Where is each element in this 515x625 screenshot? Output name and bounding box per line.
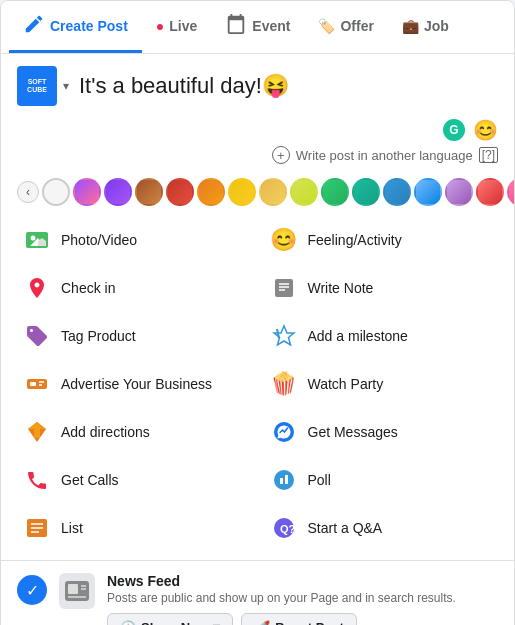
color-swatch-3[interactable] — [135, 178, 163, 206]
color-swatch-12[interactable] — [414, 178, 442, 206]
action-list[interactable]: List — [11, 504, 258, 552]
tab-bar: Create Post ● Live Event 🏷️ Offer 💼 Job — [1, 1, 514, 54]
color-swatch-9[interactable] — [321, 178, 349, 206]
color-swatch-10[interactable] — [352, 178, 380, 206]
action-write-note[interactable]: Write Note — [258, 264, 505, 312]
svg-rect-25 — [68, 584, 78, 594]
avatar: SOFTCUBE — [17, 66, 57, 106]
news-feed-check-icon[interactable]: ✓ — [17, 575, 47, 605]
svg-rect-4 — [42, 233, 48, 237]
action-poll[interactable]: Poll — [258, 456, 505, 504]
color-swatch-14[interactable] — [476, 178, 504, 206]
color-swatch-5[interactable] — [197, 178, 225, 206]
rocket-icon: 🚀 — [254, 620, 270, 625]
pencil-icon — [23, 13, 45, 38]
emoji-icon[interactable]: 😊 — [473, 118, 498, 142]
action-photo-video[interactable]: Photo/Video — [11, 216, 258, 264]
svg-rect-17 — [285, 475, 288, 484]
action-add-directions-label: Add directions — [61, 424, 150, 440]
post-text[interactable]: It's a beautiful day!😝 — [79, 73, 498, 99]
share-now-dropdown-button[interactable]: 🕐 Share Now ▾ — [107, 613, 233, 625]
checkin-icon — [23, 274, 51, 302]
action-tag-product[interactable]: Tag Product — [11, 312, 258, 360]
clock-icon: 🕐 — [120, 620, 136, 625]
action-get-messages[interactable]: Get Messages — [258, 408, 505, 456]
boost-post-label: Boost Post — [275, 620, 344, 625]
action-photo-video-label: Photo/Video — [61, 232, 137, 248]
watch-party-icon: 🍿 — [270, 370, 298, 398]
news-feed-buttons: 🕐 Share Now ▾ 🚀 Boost Post — [107, 613, 498, 625]
action-get-calls[interactable]: Get Calls — [11, 456, 258, 504]
photo-video-icon — [23, 226, 51, 254]
color-swatch-7[interactable] — [259, 178, 287, 206]
palette-prev-icon[interactable]: ‹ — [17, 181, 39, 203]
color-swatch-6[interactable] — [228, 178, 256, 206]
tab-job-label: Job — [424, 18, 449, 34]
svg-point-15 — [274, 470, 294, 490]
color-swatch-15[interactable] — [507, 178, 514, 206]
dropdown-chevron-icon: ▾ — [213, 620, 220, 625]
add-language-icon[interactable]: + — [272, 146, 290, 164]
tab-create-post-label: Create Post — [50, 18, 128, 34]
get-calls-icon — [23, 466, 51, 494]
color-swatch-4[interactable] — [166, 178, 194, 206]
action-write-note-label: Write Note — [308, 280, 374, 296]
action-get-calls-label: Get Calls — [61, 472, 119, 488]
poll-icon — [270, 466, 298, 494]
svg-text:Q?: Q? — [280, 523, 296, 535]
svg-rect-5 — [275, 279, 293, 297]
svg-point-1 — [31, 236, 36, 241]
get-messages-icon — [270, 418, 298, 446]
news-feed-info: News Feed Posts are public and show up o… — [107, 573, 498, 625]
color-swatch-11[interactable] — [383, 178, 411, 206]
action-poll-label: Poll — [308, 472, 331, 488]
add-directions-icon — [23, 418, 51, 446]
action-add-directions[interactable]: Add directions — [11, 408, 258, 456]
action-watch-party-label: Watch Party — [308, 376, 384, 392]
action-get-messages-label: Get Messages — [308, 424, 398, 440]
tab-event[interactable]: Event — [211, 1, 304, 53]
help-label[interactable]: [?] — [479, 147, 498, 163]
color-swatch-1[interactable] — [73, 178, 101, 206]
live-icon: ● — [156, 18, 164, 34]
action-watch-party[interactable]: 🍿 Watch Party — [258, 360, 505, 408]
tools-row: G 😊 — [1, 118, 514, 146]
news-feed-title: News Feed — [107, 573, 498, 589]
write-language-label[interactable]: Write post in another language — [296, 148, 473, 163]
feeling-icon: 😊 — [270, 226, 298, 254]
tab-event-label: Event — [252, 18, 290, 34]
calendar-icon — [225, 13, 247, 38]
tab-job[interactable]: 💼 Job — [388, 6, 463, 49]
tab-live[interactable]: ● Live — [142, 6, 211, 49]
action-milestone[interactable]: Add a milestone — [258, 312, 505, 360]
tab-create-post[interactable]: Create Post — [9, 1, 142, 53]
svg-marker-9 — [274, 326, 294, 345]
color-swatch-8[interactable] — [290, 178, 318, 206]
action-milestone-label: Add a milestone — [308, 328, 408, 344]
language-row: + Write post in another language [?] — [1, 146, 514, 172]
color-swatch-0[interactable] — [42, 178, 70, 206]
action-grid: Photo/Video 😊 Feeling/Activity Check in … — [1, 216, 514, 552]
color-swatch-13[interactable] — [445, 178, 473, 206]
grammarly-label: G — [449, 123, 458, 137]
action-checkin[interactable]: Check in — [11, 264, 258, 312]
svg-rect-16 — [280, 478, 283, 484]
share-now-dropdown-label: Share Now — [141, 620, 208, 625]
news-feed-section: ✓ News Feed Posts are public and show up… — [1, 560, 514, 625]
avatar-chevron-icon[interactable]: ▾ — [63, 79, 69, 93]
svg-rect-11 — [30, 382, 36, 386]
action-advertise[interactable]: Advertise Your Business — [11, 360, 258, 408]
job-icon: 💼 — [402, 18, 419, 34]
action-qa-label: Start a Q&A — [308, 520, 383, 536]
action-feeling[interactable]: 😊 Feeling/Activity — [258, 216, 505, 264]
advertise-icon — [23, 370, 51, 398]
tab-offer[interactable]: 🏷️ Offer — [304, 6, 387, 49]
qa-icon: Q? — [270, 514, 298, 542]
color-swatch-2[interactable] — [104, 178, 132, 206]
tag-product-icon — [23, 322, 51, 350]
action-advertise-label: Advertise Your Business — [61, 376, 212, 392]
grammarly-icon[interactable]: G — [443, 119, 465, 141]
action-qa[interactable]: Q? Start a Q&A — [258, 504, 505, 552]
boost-post-button[interactable]: 🚀 Boost Post — [241, 613, 357, 625]
list-icon — [23, 514, 51, 542]
